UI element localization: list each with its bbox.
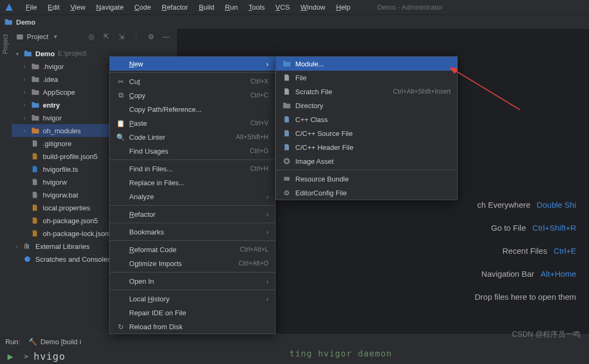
window-title: Demo - Administrator bbox=[377, 3, 443, 11]
menu-item[interactable]: C/C++ Header File bbox=[276, 140, 457, 154]
welcome-hint: Navigation BarAlt+Home bbox=[481, 269, 576, 278]
menu-item[interactable]: 📋PasteCtrl+V bbox=[110, 116, 275, 130]
menu-item[interactable]: Resource Bundle bbox=[276, 172, 457, 186]
app-logo-icon bbox=[4, 3, 14, 12]
welcome-hint: Drop files here to open them bbox=[475, 292, 576, 301]
minimize-icon[interactable]: — bbox=[161, 32, 171, 42]
welcome-hint: Recent FilesCtrl+E bbox=[503, 246, 576, 255]
menubar: FileEditViewNavigateCodeRefactorBuildRun… bbox=[0, 0, 589, 15]
gear-icon[interactable]: ⚙ bbox=[146, 32, 156, 42]
menu-code[interactable]: Code bbox=[129, 1, 156, 13]
breadcrumb[interactable]: Demo bbox=[0, 15, 589, 29]
project-icon bbox=[16, 33, 24, 41]
menu-edit[interactable]: Edit bbox=[42, 1, 65, 13]
menu-help[interactable]: Help bbox=[331, 1, 356, 13]
run-header[interactable]: Run: 🔨 Demo [build i bbox=[0, 335, 589, 348]
menu-item[interactable]: Open In› bbox=[110, 274, 275, 288]
menu-item[interactable]: New› bbox=[110, 57, 275, 71]
target-icon[interactable]: ◎ bbox=[86, 32, 96, 42]
svg-rect-3 bbox=[28, 245, 29, 249]
panel-title: Project bbox=[27, 33, 48, 41]
play-icon[interactable]: ▶ bbox=[8, 352, 13, 361]
terminal-blurb: ting hvigor daemon bbox=[289, 348, 392, 359]
expand-icon[interactable]: ⇲ bbox=[116, 32, 126, 42]
menu-file[interactable]: File bbox=[20, 1, 42, 13]
svg-point-4 bbox=[25, 256, 31, 262]
menu-item[interactable]: Replace in Files... bbox=[110, 176, 275, 189]
panel-header: Project ▼ ◎ ⇱ ⇲ | ⚙ — bbox=[11, 29, 176, 45]
menu-item[interactable]: ↻Reload from Disk bbox=[110, 320, 275, 333]
breadcrumb-project: Demo bbox=[16, 18, 35, 26]
menu-item[interactable]: Repair IDE on File bbox=[110, 306, 275, 320]
side-tab-label: Project bbox=[2, 31, 9, 57]
divider: | bbox=[131, 32, 141, 42]
menu-window[interactable]: Window bbox=[295, 1, 331, 13]
menu-item[interactable]: Scratch FileCtrl+Alt+Shift+Insert bbox=[276, 85, 457, 98]
menu-item[interactable]: Reformat CodeCtrl+Alt+L bbox=[110, 242, 275, 256]
menu-item[interactable]: Refactor› bbox=[110, 207, 275, 221]
run-config: Demo [build i bbox=[40, 338, 81, 346]
welcome-hint: ch EverywhereDouble Shi bbox=[477, 200, 576, 209]
collapse-icon[interactable]: ⇱ bbox=[101, 32, 111, 42]
tree-root-path: E:\project\ bbox=[58, 50, 87, 57]
context-menu: New›✂CutCtrl+X⧉CopyCtrl+CCopy Path/Refer… bbox=[109, 56, 275, 334]
menu-item[interactable]: Module... bbox=[276, 57, 457, 71]
folder-icon bbox=[4, 18, 13, 26]
watermark: CSDN @程序员一鸣 bbox=[512, 330, 580, 339]
menu-item[interactable]: Analyze› bbox=[110, 189, 275, 203]
menu-item[interactable]: Image Asset bbox=[276, 154, 457, 168]
menu-item[interactable]: Local History› bbox=[110, 292, 275, 306]
svg-rect-2 bbox=[26, 243, 27, 249]
menu-item[interactable]: Find UsagesCtrl+G bbox=[110, 144, 275, 158]
welcome-hint: Go to FileCtrl+Shift+R bbox=[491, 223, 576, 232]
tree-root-name: Demo bbox=[35, 50, 55, 58]
menu-item[interactable]: C/C++ Source File bbox=[276, 126, 457, 140]
svg-rect-1 bbox=[25, 244, 26, 248]
hammer-icon: 🔨 bbox=[28, 338, 37, 346]
side-tab-project[interactable]: Project bbox=[0, 29, 11, 334]
menu-item[interactable]: Directory bbox=[276, 98, 457, 112]
menu-item[interactable]: 🔍Code LinterAlt+Shift+H bbox=[110, 130, 275, 144]
chevron-down-icon: ▾ bbox=[16, 51, 24, 57]
svg-rect-0 bbox=[17, 34, 23, 39]
menu-item[interactable]: Optimize ImportsCtrl+Alt+O bbox=[110, 256, 275, 270]
chevron-down-icon[interactable]: ▼ bbox=[53, 34, 58, 40]
menu-item[interactable]: Copy Path/Reference... bbox=[110, 102, 275, 116]
chevron-right-icon: › bbox=[16, 244, 24, 249]
menu-vcs[interactable]: VCS bbox=[270, 1, 295, 13]
menu-item[interactable]: Bookmarks› bbox=[110, 225, 275, 239]
svg-rect-6 bbox=[284, 177, 290, 181]
menu-item[interactable]: ⚙EditorConfig File bbox=[276, 186, 457, 200]
menu-build[interactable]: Build bbox=[193, 1, 220, 13]
menu-item[interactable]: ✂CutCtrl+X bbox=[110, 74, 275, 88]
menu-navigate[interactable]: Navigate bbox=[91, 1, 129, 13]
context-submenu-new: Module...FileScratch FileCtrl+Alt+Shift+… bbox=[275, 56, 458, 200]
menu-item[interactable]: C++ Class bbox=[276, 112, 457, 126]
menu-view[interactable]: View bbox=[65, 1, 91, 13]
menu-refactor[interactable]: Refactor bbox=[156, 1, 193, 13]
menu-item[interactable]: File bbox=[276, 71, 457, 85]
menu-run[interactable]: Run bbox=[220, 1, 243, 13]
menu-item[interactable]: Find in Files...Ctrl+H bbox=[110, 162, 275, 176]
menu-item[interactable]: ⧉CopyCtrl+C bbox=[110, 88, 275, 102]
menu-tools[interactable]: Tools bbox=[243, 1, 270, 13]
terminal-text: hvigo bbox=[34, 351, 65, 362]
